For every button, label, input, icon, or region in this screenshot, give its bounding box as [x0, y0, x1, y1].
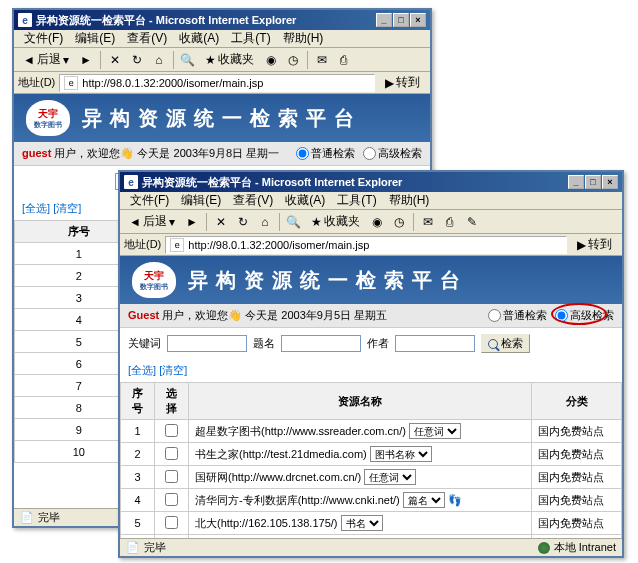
toolbar: ◄ 后退 ▾ ► ✕ ↻ ⌂ 🔍 ★ 收藏夹 ◉ ◷ ✉ ⎙	[14, 48, 430, 72]
cell-category: 国内免费站点	[532, 512, 622, 535]
page-icon: e	[64, 76, 78, 90]
search-button[interactable]: 🔍	[284, 212, 304, 232]
radio-basic[interactable]: 普通检索	[488, 308, 547, 323]
radio-basic[interactable]: 普通检索	[296, 146, 355, 161]
cell-select	[155, 420, 189, 443]
refresh-button[interactable]: ↻	[127, 50, 147, 70]
clear-all-link[interactable]: [清空]	[159, 364, 187, 376]
menu-fav[interactable]: 收藏(A)	[279, 191, 331, 210]
address-input[interactable]: e http://98.0.1.32:2000/isomer/main.jsp	[59, 74, 375, 92]
search-button[interactable]: 检索	[481, 334, 530, 353]
edit-button[interactable]: ✎	[462, 212, 482, 232]
stop-button[interactable]: ✕	[211, 212, 231, 232]
cell-select	[155, 512, 189, 535]
ie-icon: e	[124, 175, 138, 189]
back-button[interactable]: ◄ 后退 ▾	[18, 50, 74, 70]
menu-tools[interactable]: 工具(T)	[225, 29, 276, 48]
toolbar-sep	[413, 213, 414, 231]
welcome-bar: guest 用户，欢迎您👋 今天是 2003年9月8日 星期一 普通检索 高级检…	[14, 142, 430, 166]
search-icon	[488, 339, 498, 349]
maximize-button[interactable]: □	[585, 175, 601, 189]
close-button[interactable]: ×	[602, 175, 618, 189]
maximize-button[interactable]: □	[393, 13, 409, 27]
row-checkbox[interactable]	[165, 424, 178, 437]
radio-advanced[interactable]: 高级检索	[555, 308, 614, 323]
menu-help[interactable]: 帮助(H)	[383, 191, 436, 210]
footprint-icon: 👣	[448, 494, 460, 506]
refresh-button[interactable]: ↻	[233, 212, 253, 232]
field-select[interactable]: 任意词	[409, 423, 461, 439]
mail-button[interactable]: ✉	[418, 212, 438, 232]
radio-advanced[interactable]: 高级检索	[363, 146, 422, 161]
menu-fav[interactable]: 收藏(A)	[173, 29, 225, 48]
minimize-button[interactable]: _	[376, 13, 392, 27]
table-row: 2 书生之家(http://test.21dmedia.com) 图书名称 国内…	[121, 443, 622, 466]
menu-tools[interactable]: 工具(T)	[331, 191, 382, 210]
print-button[interactable]: ⎙	[440, 212, 460, 232]
toolbar-sep	[206, 213, 207, 231]
banner-title: 异构资源统一检索平台	[188, 267, 468, 294]
forward-button[interactable]: ►	[76, 50, 96, 70]
row-checkbox[interactable]	[165, 470, 178, 483]
go-button[interactable]: ▶ 转到	[571, 236, 618, 253]
col-category: 分类	[532, 383, 622, 420]
forward-button[interactable]: ►	[182, 212, 202, 232]
close-button[interactable]: ×	[410, 13, 426, 27]
address-input[interactable]: e http://98.0.1.32:2000/isomer/main.jsp	[165, 236, 567, 254]
mail-button[interactable]: ✉	[312, 50, 332, 70]
history-button[interactable]: ◷	[389, 212, 409, 232]
cell-category: 国内免费站点	[532, 443, 622, 466]
menu-view[interactable]: 查看(V)	[227, 191, 279, 210]
menu-edit[interactable]: 编辑(E)	[69, 29, 121, 48]
menu-file[interactable]: 文件(F)	[124, 191, 175, 210]
author-input[interactable]	[395, 335, 475, 352]
menu-edit[interactable]: 编辑(E)	[175, 191, 227, 210]
favorites-button[interactable]: ★ 收藏夹	[306, 212, 365, 232]
cell-category: 国内免费站点	[532, 466, 622, 489]
home-button[interactable]: ⌂	[255, 212, 275, 232]
table-row: 4 清华同方-专利数据库(http://www.cnki.net/) 篇名 👣 …	[121, 489, 622, 512]
cell-category: 国内免费站点	[532, 420, 622, 443]
menu-file[interactable]: 文件(F)	[18, 29, 69, 48]
addressbar: 地址(D) e http://98.0.1.32:2000/isomer/mai…	[14, 72, 430, 94]
menubar: 文件(F) 编辑(E) 查看(V) 收藏(A) 工具(T) 帮助(H)	[14, 30, 430, 48]
welcome-bar: Guest 用户，欢迎您👋 今天是 2003年9月5日 星期五 普通检索 高级检…	[120, 304, 622, 328]
table-row: 5 北大(http://162.105.138.175/) 书名 国内免费站点	[121, 512, 622, 535]
media-button[interactable]: ◉	[367, 212, 387, 232]
keyword-input[interactable]	[167, 335, 247, 352]
row-checkbox[interactable]	[165, 493, 178, 506]
go-button[interactable]: ▶ 转到	[379, 74, 426, 91]
menu-view[interactable]: 查看(V)	[121, 29, 173, 48]
row-checkbox[interactable]	[165, 516, 178, 529]
print-button[interactable]: ⎙	[334, 50, 354, 70]
back-button[interactable]: ◄ 后退 ▾	[124, 212, 180, 232]
address-label: 地址(D)	[124, 237, 161, 252]
row-checkbox[interactable]	[165, 447, 178, 460]
search-mode-group: 普通检索 高级检索	[488, 308, 614, 323]
cell-resource: 书生之家(http://test.21dmedia.com) 图书名称	[189, 443, 532, 466]
menu-help[interactable]: 帮助(H)	[277, 29, 330, 48]
url-text: http://98.0.1.32:2000/isomer/main.jsp	[188, 239, 369, 251]
media-button[interactable]: ◉	[261, 50, 281, 70]
advanced-search-bar: 关键词 题名 作者 检索	[120, 328, 622, 359]
page-content: 天宇 数字图书 异构资源统一检索平台 Guest 用户，欢迎您👋 今天是 200…	[120, 256, 622, 538]
minimize-button[interactable]: _	[568, 175, 584, 189]
welcome-text: Guest 用户，欢迎您👋 今天是 2003年9月5日 星期五	[128, 308, 488, 323]
stop-button[interactable]: ✕	[105, 50, 125, 70]
title-input[interactable]	[281, 335, 361, 352]
field-select[interactable]: 任意词	[364, 469, 416, 485]
home-button[interactable]: ⌂	[149, 50, 169, 70]
select-all-link[interactable]: [全选]	[22, 202, 50, 214]
favorites-button[interactable]: ★ 收藏夹	[200, 50, 259, 70]
select-all-link[interactable]: [全选]	[128, 364, 156, 376]
search-button[interactable]: 🔍	[178, 50, 198, 70]
field-select[interactable]: 书名	[341, 515, 383, 531]
col-no: 序号	[121, 383, 155, 420]
history-button[interactable]: ◷	[283, 50, 303, 70]
cell-resource: 清华同方-专利数据库(http://www.cnki.net/) 篇名 👣	[189, 489, 532, 512]
status-text: 📄 完毕	[126, 540, 530, 555]
title-label: 题名	[253, 336, 275, 351]
clear-all-link[interactable]: [清空]	[53, 202, 81, 214]
field-select[interactable]: 图书名称	[370, 446, 432, 462]
field-select[interactable]: 篇名	[403, 492, 445, 508]
